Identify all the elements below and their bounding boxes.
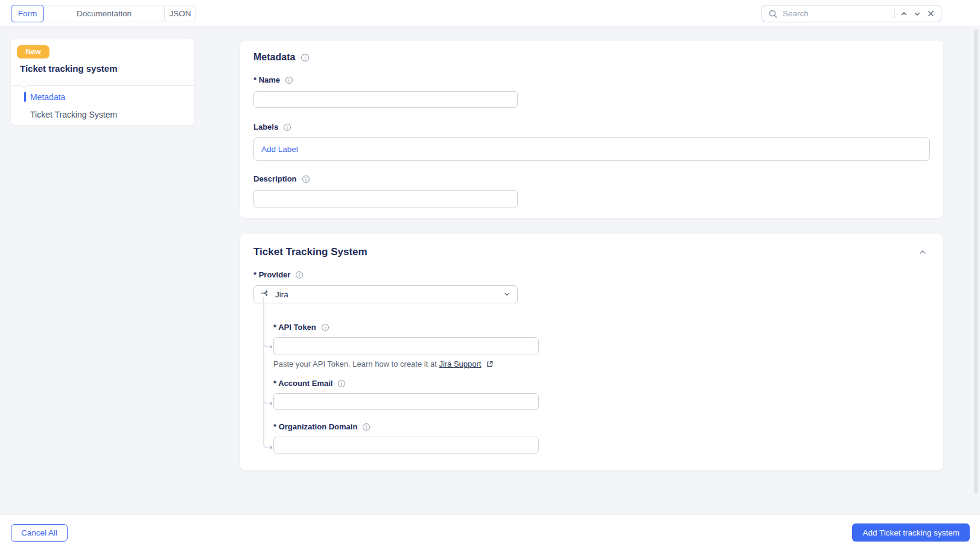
- search-next-button[interactable]: [911, 7, 924, 21]
- external-link-icon: [486, 360, 494, 368]
- top-bar: Form Documentation JSON: [0, 0, 980, 27]
- ticket-tracking-system-card-title: Ticket Tracking System: [253, 246, 368, 258]
- add-ticket-tracking-system-button[interactable]: Add Ticket tracking system: [852, 523, 970, 542]
- search-box: [762, 5, 941, 22]
- add-label-button[interactable]: Add Label: [261, 145, 298, 154]
- page: Form Documentation JSON: [0, 0, 980, 550]
- metadata-card: Metadata * Name Labels: [240, 41, 943, 218]
- tab-documentation[interactable]: Documentation: [43, 5, 165, 22]
- search-close-button[interactable]: [924, 7, 937, 21]
- description-input[interactable]: [253, 190, 518, 207]
- chevron-down-icon: [503, 290, 511, 299]
- organization-domain-input[interactable]: [273, 437, 539, 454]
- sidebar-item-ticket-tracking-system[interactable]: Ticket Tracking System: [11, 106, 194, 123]
- info-icon[interactable]: [301, 53, 310, 62]
- search-prev-button[interactable]: [897, 7, 911, 21]
- tab-json[interactable]: JSON: [164, 5, 196, 22]
- name-field-label: * Name: [253, 75, 280, 84]
- provider-field-label: * Provider: [253, 270, 290, 279]
- chevron-up-icon: [900, 10, 908, 18]
- vertical-scrollbar[interactable]: [974, 29, 978, 493]
- tab-form[interactable]: Form: [11, 5, 44, 22]
- info-icon[interactable]: [362, 423, 371, 431]
- jira-support-link[interactable]: Jira Support: [439, 359, 481, 368]
- ticket-tracking-system-card: Ticket Tracking System * Provider: [240, 234, 943, 470]
- chevron-down-icon: [913, 10, 921, 18]
- close-icon: [927, 10, 935, 17]
- info-icon[interactable]: [283, 123, 291, 131]
- provider-selected-value: Jira: [275, 290, 288, 299]
- info-icon[interactable]: [337, 379, 346, 388]
- search-icon: [768, 9, 778, 19]
- sidebar-item-metadata[interactable]: Metadata: [11, 88, 194, 106]
- api-token-field-label: * API Token: [273, 323, 316, 332]
- info-icon[interactable]: [285, 76, 293, 84]
- search-divider: [894, 9, 895, 18]
- collapse-section-button[interactable]: [915, 245, 930, 259]
- account-email-input[interactable]: [273, 393, 539, 410]
- info-icon[interactable]: [295, 271, 304, 279]
- footer-bar: Cancel All Add Ticket tracking system: [0, 514, 980, 550]
- provider-settings-group: * API Token Paste your API Token. Learn …: [273, 323, 539, 454]
- cancel-all-button[interactable]: Cancel All: [11, 524, 68, 542]
- organization-domain-field-label: * Organization Domain: [273, 422, 357, 431]
- search-input[interactable]: [783, 9, 892, 18]
- api-token-input[interactable]: [273, 337, 539, 355]
- view-tabs: Form Documentation JSON: [11, 5, 196, 22]
- info-icon[interactable]: [321, 323, 329, 332]
- description-field-label: Description: [253, 174, 297, 183]
- account-email-field-label: * Account Email: [273, 379, 332, 388]
- labels-container: Add Label: [253, 138, 930, 161]
- sidebar-title: Ticket tracking system: [20, 63, 117, 74]
- api-token-helper-text: Paste your API Token. Learn how to creat…: [273, 359, 539, 368]
- name-input[interactable]: [253, 91, 518, 108]
- chevron-up-icon: [918, 247, 928, 257]
- labels-field-label: Labels: [253, 122, 278, 131]
- sidebar-panel: New Ticket tracking system Metadata Tick…: [11, 39, 194, 125]
- metadata-card-title: Metadata: [253, 52, 295, 63]
- helper-text: Paste your API Token. Learn how to creat…: [273, 359, 439, 368]
- provider-select[interactable]: Jira: [253, 285, 518, 303]
- info-icon[interactable]: [302, 175, 310, 183]
- section-nav: Metadata Ticket Tracking System: [11, 88, 194, 123]
- new-badge: New: [17, 45, 49, 58]
- sidebar-divider: [11, 85, 194, 86]
- divider-notch: [20, 81, 28, 89]
